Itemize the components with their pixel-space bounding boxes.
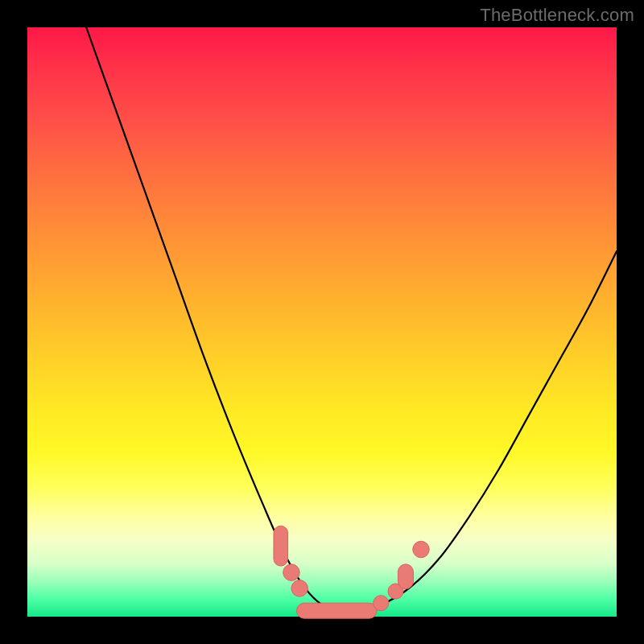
chart-frame: TheBottleneck.com	[0, 0, 644, 644]
marker-left-upper-pill	[274, 526, 288, 566]
marker-right-pill	[398, 564, 413, 589]
curve-markers	[274, 526, 429, 618]
marker-right-low-dot	[374, 596, 389, 611]
curve-layer	[27, 27, 617, 617]
watermark-text: TheBottleneck.com	[480, 5, 634, 26]
marker-right-upper-dot	[413, 541, 430, 558]
marker-left-low-dot	[291, 580, 308, 597]
marker-bottom-bar	[297, 603, 378, 618]
bottleneck-curve	[86, 27, 617, 612]
marker-left-mid-dot	[283, 564, 300, 581]
